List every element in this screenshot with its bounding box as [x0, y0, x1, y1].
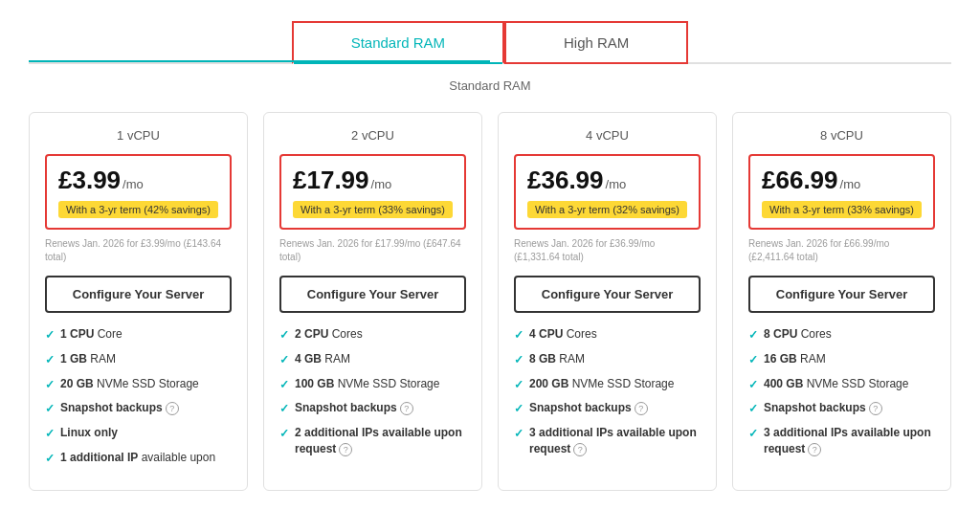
feature-text-0-0: 1 CPU Core	[60, 326, 122, 343]
info-icon-1-3[interactable]: ?	[400, 402, 413, 415]
features-list-2: ✓4 CPU Cores✓8 GB RAM✓200 GB NVMe SSD St…	[514, 326, 701, 457]
check-icon-1-0: ✓	[279, 327, 289, 344]
check-icon-1-1: ✓	[279, 352, 289, 368]
feature-item-2-0: ✓4 CPU Cores	[514, 326, 701, 344]
feature-text-0-2: 20 GB NVMe SSD Storage	[60, 376, 199, 392]
features-list-0: ✓1 CPU Core✓1 GB RAM✓20 GB NVMe SSD Stor…	[45, 326, 232, 467]
info-icon-3-3[interactable]: ?	[869, 402, 882, 415]
price-amount-1: £17.99	[293, 166, 369, 195]
check-icon-2-1: ✓	[514, 352, 523, 368]
check-icon-3-4: ✓	[748, 426, 758, 442]
plan-card-0: 1 vCPU£3.99/moWith a 3-yr term (42% savi…	[29, 112, 248, 491]
plan-card-1: 2 vCPU£17.99/moWith a 3-yr term (33% sav…	[263, 112, 482, 491]
info-icon-2-3[interactable]: ?	[635, 402, 648, 415]
info-icon-3-4[interactable]: ?	[808, 443, 821, 456]
feature-text-0-3: Snapshot backups?	[60, 400, 179, 416]
feature-text-3-2: 400 GB NVMe SSD Storage	[764, 376, 908, 392]
renews-text-3: Renews Jan. 2026 for £66.99/mo (£2,411.6…	[748, 237, 935, 264]
tab-high-ram[interactable]: High RAM	[504, 21, 688, 64]
feature-item-0-4: ✓Linux only	[45, 425, 232, 442]
plan-vcpu-1: 2 vCPU	[279, 128, 466, 143]
feature-text-0-1: 1 GB RAM	[60, 351, 116, 367]
feature-item-3-2: ✓400 GB NVMe SSD Storage	[748, 376, 935, 393]
feature-item-2-4: ✓3 additional IPs available upon request…	[514, 425, 701, 457]
configure-button-3[interactable]: Configure Your Server	[748, 276, 935, 313]
plan-card-3: 8 vCPU£66.99/moWith a 3-yr term (33% sav…	[732, 112, 951, 491]
feature-item-3-4: ✓3 additional IPs available upon request…	[748, 425, 935, 457]
feature-text-2-3: Snapshot backups?	[529, 400, 648, 416]
feature-item-2-2: ✓200 GB NVMe SSD Storage	[514, 376, 701, 393]
configure-button-2[interactable]: Configure Your Server	[514, 276, 701, 313]
check-icon-0-5: ✓	[45, 451, 55, 467]
feature-text-3-3: Snapshot backups?	[764, 400, 882, 416]
plan-card-2: 4 vCPU£36.99/moWith a 3-yr term (32% sav…	[498, 112, 717, 491]
feature-item-1-1: ✓4 GB RAM	[279, 351, 466, 368]
plans-grid: 1 vCPU£3.99/moWith a 3-yr term (42% savi…	[29, 112, 951, 491]
renews-text-2: Renews Jan. 2026 for £36.99/mo (£1,331.6…	[514, 237, 701, 264]
tab-standard-ram[interactable]: Standard RAM	[292, 21, 504, 64]
renews-text-1: Renews Jan. 2026 for £17.99/mo (£647.64 …	[279, 237, 466, 264]
check-icon-1-3: ✓	[279, 401, 289, 417]
feature-item-1-2: ✓100 GB NVMe SSD Storage	[279, 376, 466, 393]
price-per-2: /mo	[606, 177, 627, 191]
feature-text-2-2: 200 GB NVMe SSD Storage	[529, 376, 674, 392]
check-icon-1-2: ✓	[279, 377, 289, 393]
tab-active-underline	[29, 60, 490, 62]
configure-button-0[interactable]: Configure Your Server	[45, 276, 232, 313]
check-icon-0-3: ✓	[45, 401, 55, 417]
check-icon-2-3: ✓	[514, 401, 523, 417]
feature-item-0-2: ✓20 GB NVMe SSD Storage	[45, 376, 232, 393]
feature-text-1-0: 2 CPU Cores	[295, 326, 363, 343]
price-amount-0: £3.99	[58, 166, 121, 195]
plan-vcpu-3: 8 vCPU	[748, 128, 935, 143]
info-icon-1-4[interactable]: ?	[339, 443, 352, 456]
feature-item-3-0: ✓8 CPU Cores	[748, 326, 935, 344]
price-per-1: /mo	[371, 177, 392, 191]
check-icon-1-4: ✓	[279, 426, 289, 442]
features-list-3: ✓8 CPU Cores✓16 GB RAM✓400 GB NVMe SSD S…	[748, 326, 935, 457]
feature-text-2-4: 3 additional IPs available upon request?	[529, 425, 701, 457]
price-amount-2: £36.99	[527, 166, 604, 195]
feature-text-1-4: 2 additional IPs available upon request?	[295, 425, 466, 457]
feature-item-0-3: ✓Snapshot backups?	[45, 400, 232, 417]
configure-button-1[interactable]: Configure Your Server	[279, 276, 466, 313]
feature-item-1-3: ✓Snapshot backups?	[279, 400, 466, 417]
plan-vcpu-0: 1 vCPU	[45, 128, 232, 143]
feature-text-0-4: Linux only	[60, 425, 118, 441]
price-amount-3: £66.99	[762, 166, 838, 195]
check-icon-0-2: ✓	[45, 377, 55, 393]
check-icon-3-1: ✓	[748, 352, 758, 368]
savings-badge-3: With a 3-yr term (33% savings)	[762, 201, 922, 218]
feature-item-3-3: ✓Snapshot backups?	[748, 400, 935, 417]
features-list-1: ✓2 CPU Cores✓4 GB RAM✓100 GB NVMe SSD St…	[279, 326, 466, 457]
savings-badge-1: With a 3-yr term (33% savings)	[293, 201, 453, 218]
check-icon-0-0: ✓	[45, 327, 55, 344]
info-icon-0-3[interactable]: ?	[166, 402, 179, 415]
feature-item-0-5: ✓1 additional IP available upon	[45, 450, 232, 467]
tabs-container: Standard RAM High RAM	[29, 19, 951, 64]
price-box-3: £66.99/moWith a 3-yr term (33% savings)	[748, 154, 935, 230]
check-icon-3-3: ✓	[748, 401, 758, 417]
info-icon-2-4[interactable]: ?	[573, 443, 587, 456]
feature-item-0-0: ✓1 CPU Core	[45, 326, 232, 344]
feature-text-3-4: 3 additional IPs available upon request?	[764, 425, 935, 457]
price-per-0: /mo	[122, 177, 144, 191]
feature-text-2-1: 8 GB RAM	[529, 351, 585, 367]
feature-item-3-1: ✓16 GB RAM	[748, 351, 935, 368]
feature-item-1-4: ✓2 additional IPs available upon request…	[279, 425, 466, 457]
feature-text-1-2: 100 GB NVMe SSD Storage	[295, 376, 439, 392]
check-icon-2-0: ✓	[514, 327, 523, 344]
price-box-2: £36.99/moWith a 3-yr term (32% savings)	[514, 154, 701, 230]
renews-text-0: Renews Jan. 2026 for £3.99/mo (£143.64 t…	[45, 237, 232, 264]
plan-vcpu-2: 4 vCPU	[514, 128, 701, 143]
feature-text-1-1: 4 GB RAM	[295, 351, 350, 367]
check-icon-2-2: ✓	[514, 377, 523, 393]
price-box-0: £3.99/moWith a 3-yr term (42% savings)	[45, 154, 232, 230]
feature-text-3-1: 16 GB RAM	[764, 351, 826, 367]
check-icon-0-4: ✓	[45, 426, 55, 442]
feature-item-2-3: ✓Snapshot backups?	[514, 400, 701, 417]
check-icon-0-1: ✓	[45, 352, 55, 368]
savings-badge-0: With a 3-yr term (42% savings)	[58, 201, 218, 218]
feature-text-3-0: 8 CPU Cores	[764, 326, 832, 343]
check-icon-3-0: ✓	[748, 327, 758, 344]
